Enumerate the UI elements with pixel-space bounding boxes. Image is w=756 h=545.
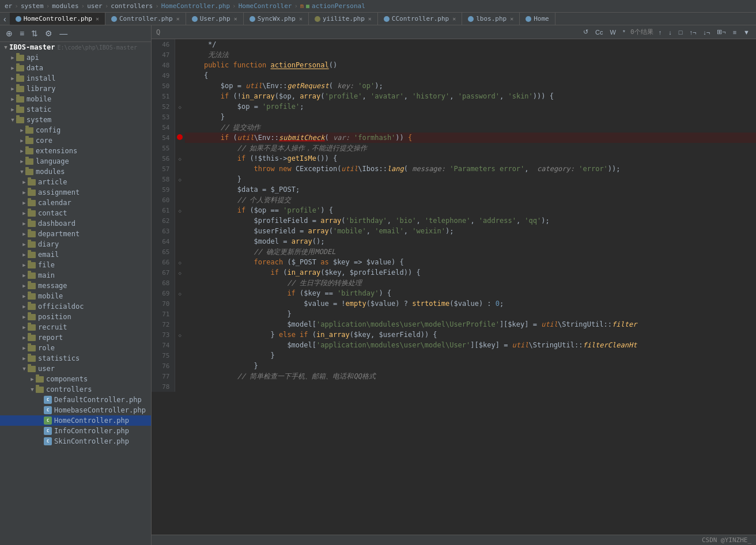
sidebar-file-skincontroller[interactable]: C SkinController.php — [0, 436, 151, 446]
sidebar-close[interactable]: — — [57, 28, 70, 39]
breadcrumb-item[interactable]: modules — [52, 2, 78, 10]
tab-label: Home — [534, 15, 549, 22]
search-filter[interactable]: ▼ — [742, 28, 751, 36]
sidebar-item-message[interactable]: ▶ message — [0, 281, 151, 291]
sidebar-item-officialdoc[interactable]: ▶ officialdoc — [0, 301, 151, 312]
sidebar-item-report[interactable]: ▶ report — [0, 332, 151, 343]
tab-yiilite-php[interactable]: yiilite.php ✕ — [309, 13, 378, 25]
tab-close[interactable]: ✕ — [96, 16, 99, 22]
search-options3[interactable]: ⊞¬ — [715, 28, 727, 36]
sidebar-item-main[interactable]: ▶ main — [0, 270, 151, 281]
search-prev[interactable]: ↑ — [657, 28, 664, 36]
folder-icon — [28, 345, 36, 351]
sidebar-sort[interactable]: ⇅ — [29, 28, 40, 39]
sidebar-item-data[interactable]: ▶ data — [0, 63, 151, 73]
search-word[interactable]: W — [608, 28, 617, 36]
search-case[interactable]: Cc — [594, 28, 604, 36]
sidebar-item-system[interactable]: ▼ system — [0, 115, 151, 125]
table-row: 73 ◇ } else if (in_array($key, $userFiel… — [152, 330, 756, 340]
sidebar-item-diary[interactable]: ▶ diary — [0, 239, 151, 249]
tab-close[interactable]: ✕ — [368, 16, 372, 22]
tree-arrow: ▶ — [21, 283, 28, 289]
tab-syncwx-php[interactable]: SyncWx.php ✕ — [244, 13, 309, 25]
project-root[interactable]: ▼ IBOS-master E:\code\php\IBOS-master — [0, 42, 151, 52]
sidebar-item-mobile[interactable]: ▶ mobile — [0, 94, 151, 104]
sidebar-expand-all[interactable]: ⊕ — [3, 28, 15, 39]
tab-homecontroller-php[interactable]: HomeController.php ✕ — [10, 13, 105, 25]
sidebar-item-label: controllers — [46, 385, 92, 393]
sidebar-item-static[interactable]: ▶ static — [0, 104, 151, 115]
search-next[interactable]: ↓ — [667, 28, 674, 36]
sidebar-item-core[interactable]: ▶ core — [0, 135, 151, 146]
search-select-all[interactable]: □ — [677, 28, 685, 36]
line-number: 48 — [152, 60, 175, 70]
sidebar-item-email[interactable]: ▶ email — [0, 249, 151, 260]
tab-ccontroller-php[interactable]: CController.php ✕ — [378, 13, 462, 25]
table-row: 50 $op = util\Env::getRequest( key: 'op'… — [152, 81, 756, 91]
sidebar-item-extensions[interactable]: ▶ extensions — [0, 146, 151, 156]
search-actions: ↺ Cc W * 0个结果 ↑ ↓ □ ↑¬ ↓¬ ⊞¬ ≡ ▼ — [581, 28, 751, 36]
sidebar-file-infocontroller[interactable]: C InfoController.php — [0, 426, 151, 436]
line-gutter-breakpoint — [175, 133, 185, 143]
breadcrumb-item[interactable]: system — [21, 2, 44, 10]
tab-close[interactable]: ✕ — [299, 16, 303, 22]
search-regex[interactable]: * — [621, 28, 627, 36]
breadcrumb-item[interactable]: user — [87, 2, 103, 10]
tab-label: CController.php — [392, 15, 449, 22]
tab-controller-php[interactable]: Controller.php ✕ — [105, 13, 186, 25]
search-input[interactable] — [162, 28, 579, 36]
sidebar-file-homebasecontroller[interactable]: C HomebaseController.php — [0, 405, 151, 415]
breadcrumb-item[interactable]: controllers — [111, 2, 153, 10]
tab-label: Controller.php — [119, 15, 173, 22]
search-refresh[interactable]: ↺ — [581, 28, 590, 36]
sidebar-item-assignment[interactable]: ▶ assignment — [0, 187, 151, 198]
tree-arrow: ▶ — [21, 314, 28, 320]
sidebar-item-article[interactable]: ▶ article — [0, 177, 151, 187]
tab-close[interactable]: ✕ — [234, 16, 237, 22]
sidebar-item-calendar[interactable]: ▶ calendar — [0, 198, 151, 208]
tab-user-php[interactable]: User.php ✕ — [186, 13, 244, 25]
folder-icon — [28, 262, 36, 268]
sidebar-item-statistics[interactable]: ▶ statistics — [0, 353, 151, 364]
search-options1[interactable]: ↑¬ — [687, 28, 698, 36]
sidebar-item-position[interactable]: ▶ position — [0, 312, 151, 322]
sidebar-item-department[interactable]: ▶ department — [0, 229, 151, 239]
line-gutter: ◇ — [175, 174, 185, 184]
tab-scroll-left[interactable]: ‹ — [0, 13, 10, 25]
sidebar-collapse-all[interactable]: ≡ — [17, 28, 27, 39]
line-number: 78 — [152, 381, 175, 392]
sidebar-item-dashboard[interactable]: ▶ dashboard — [0, 218, 151, 229]
search-options2[interactable]: ↓¬ — [701, 28, 712, 36]
breadcrumb-class[interactable]: HomeController — [239, 2, 292, 10]
tab-close[interactable]: ✕ — [176, 16, 180, 22]
tab-close[interactable]: ✕ — [452, 16, 456, 22]
breadcrumb-item[interactable]: er — [5, 2, 12, 10]
code-content[interactable]: 46 */ 47 无法法 48 pub — [152, 39, 756, 535]
sidebar-item-role[interactable]: ▶ role — [0, 343, 151, 353]
sidebar-item-modules[interactable]: ▼ modules — [0, 166, 151, 177]
sidebar-item-mobile2[interactable]: ▶ mobile — [0, 291, 151, 301]
folder-icon — [16, 75, 24, 82]
sidebar-item-library[interactable]: ▶ library — [0, 84, 151, 94]
sidebar-settings[interactable]: ⚙ — [43, 28, 55, 39]
sidebar-item-components[interactable]: ▶ components — [0, 374, 151, 384]
sidebar-item-user[interactable]: ▼ user — [0, 364, 151, 374]
sidebar-item-file[interactable]: ▶ file — [0, 260, 151, 270]
sidebar-item-api[interactable]: ▶ api — [0, 52, 151, 63]
sidebar-file-defaultcontroller[interactable]: C DefaultController.php — [0, 395, 151, 405]
sidebar-item-config[interactable]: ▶ config — [0, 125, 151, 135]
sidebar-item-recruit[interactable]: ▶ recruit — [0, 322, 151, 332]
search-format[interactable]: ≡ — [731, 28, 738, 36]
line-gutter — [175, 278, 185, 288]
tab-home[interactable]: Home — [520, 13, 555, 25]
breadcrumb-method[interactable]: actionPersonal — [312, 2, 365, 10]
sidebar-item-contact[interactable]: ▶ contact — [0, 208, 151, 218]
breadcrumb-file[interactable]: HomeController.php — [161, 2, 230, 10]
sidebar-item-install[interactable]: ▶ install — [0, 73, 151, 84]
line-code: */ — [185, 39, 756, 50]
sidebar-item-controllers[interactable]: ▼ controllers — [0, 384, 151, 395]
tab-close[interactable]: ✕ — [510, 16, 513, 22]
tab-ibos-php[interactable]: lbos.php ✕ — [462, 13, 520, 25]
sidebar-file-homecontroller[interactable]: C HomeController.php — [0, 415, 151, 426]
sidebar-item-language[interactable]: ▶ language — [0, 156, 151, 166]
